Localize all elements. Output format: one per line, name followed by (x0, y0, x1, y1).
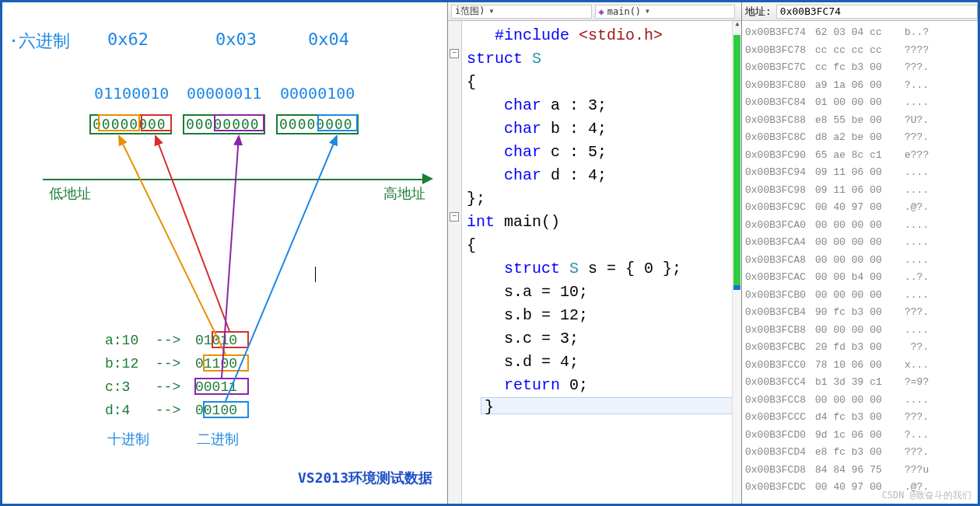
address-input[interactable]: 0x00B3FC74 (776, 5, 978, 19)
cube-icon: ◈ (599, 6, 604, 17)
chevron-down-icon: ▼ (489, 8, 493, 15)
byte2-field-d-box (317, 114, 358, 131)
hex-byte-2: 0x04 (308, 30, 349, 49)
var-d: d:4 (105, 403, 130, 418)
code-line: s.b = 12; (464, 304, 741, 327)
code-line: }; (464, 187, 741, 211)
memory-row: 0x00B3FC80a9 1a 06 00?... (745, 77, 975, 95)
memory-row: 0x00B3FC88e8 55 be 00?U?. (745, 112, 975, 130)
bin-byte-2: 00000100 (280, 84, 355, 103)
code-line: s.a = 10; (464, 281, 741, 304)
memory-row: 0x00B3FCAC00 00 b4 00..?. (745, 269, 975, 287)
dec-col-label: 十进制 (107, 430, 149, 448)
text-caret-icon (315, 267, 316, 282)
code-line: { (464, 71, 741, 94)
byte1-field-c-box (214, 114, 264, 131)
code-editor[interactable]: −− #include <stdio.h>struct S{ char a : … (448, 21, 741, 504)
selection-highlight: } (481, 397, 735, 414)
memory-row: 0x00B3FCD09d 1c 06 00?... (745, 427, 975, 445)
function-dropdown-label: main() (607, 6, 641, 17)
code-line: return 0; (464, 374, 741, 397)
arrow-b (119, 136, 226, 354)
code-line: { (464, 234, 741, 257)
overview-ruler[interactable]: ▲ (732, 21, 741, 504)
memory-row: 0x00B3FC9C00 40 97 00.@?. (745, 199, 975, 217)
caption: VS2013环境测试数据 (298, 469, 432, 487)
arrow-c-icon: --> (156, 379, 180, 395)
memory-row: 0x00B3FCC078 10 06 00x... (745, 357, 975, 375)
address-label: 地址: (745, 5, 772, 19)
function-dropdown[interactable]: ◈ main()▼ (595, 5, 736, 19)
arrow-d-icon: --> (156, 403, 180, 418)
memory-row: 0x00B3FCD4e8 fc b3 00???. (745, 444, 975, 462)
code-line: s.c = 3; (464, 327, 741, 351)
outline-gutter: −− (448, 21, 462, 504)
memory-row: 0x00B3FCA800 00 00 00.... (745, 252, 975, 270)
bin-d-box (203, 401, 249, 418)
bin-col-label: 二进制 (197, 430, 239, 448)
memory-row: 0x00B3FCB000 00 00 00.... (745, 287, 975, 305)
bin-a-box (212, 331, 249, 348)
memory-row: 0x00B3FC9409 11 06 00.... (745, 164, 975, 182)
address-axis-arrow-icon (422, 173, 433, 184)
arrow-a (156, 136, 229, 331)
code-line: struct S (464, 47, 741, 71)
code-line: char c : 5; (464, 141, 741, 164)
chevron-down-icon: ▼ (646, 8, 649, 15)
hex-byte-1: 0x03 (215, 30, 257, 49)
memory-row: 0x00B3FC7Ccc fc b3 00???. (745, 59, 975, 77)
memory-row: 0x00B3FCB800 00 00 00.... (745, 322, 975, 340)
memory-row: 0x00B3FCA000 00 00 00.... (745, 217, 975, 235)
memory-row: 0x00B3FC78cc cc cc cc???? (745, 42, 975, 60)
memory-row: 0x00B3FCA400 00 00 00.... (745, 234, 975, 252)
watermark: CSDN @致奋斗的我们 (882, 489, 971, 502)
fold-toggle[interactable]: − (450, 212, 459, 222)
code-line: char d : 4; (464, 164, 741, 187)
change-marker (733, 35, 740, 285)
chevron-up-down-icon: ▲ (733, 21, 741, 29)
composite-figure: ·六进制 0x62 0x03 0x04 01100010 00000011 00… (0, 0, 980, 506)
current-line-marker (733, 285, 740, 290)
memory-row: 0x00B3FCD884 84 96 75???u (745, 462, 975, 480)
hex-byte-0: 0x62 (107, 30, 149, 49)
memory-row: 0x00B3FC9065 ae 8c c1e??? (745, 147, 975, 165)
arrow-a-icon: --> (156, 333, 180, 348)
code-panel: i范围)▼ ◈ main()▼ −− #include <stdio.h>str… (447, 2, 741, 504)
memory-row: 0x00B3FCCCd4 fc b3 00???. (745, 409, 975, 427)
code-toolbar: i范围)▼ ◈ main()▼ (448, 2, 741, 21)
fold-toggle[interactable]: − (450, 49, 459, 58)
code-line: s.d = 4; (464, 351, 741, 374)
scope-dropdown-label: i范围) (455, 5, 485, 18)
memory-rows[interactable]: 0x00B3FC7462 03 04 ccb..?0x00B3FC78cc cc… (742, 21, 978, 504)
memory-row: 0x00B3FC8401 00 00 00.... (745, 94, 975, 112)
memory-row: 0x00B3FCC4b1 3d 39 c1?=9? (745, 374, 975, 392)
code-line: char a : 3; (464, 94, 741, 117)
memory-panel: 地址: 0x00B3FC74 0x00B3FC7462 03 04 ccb..?… (741, 2, 978, 504)
hex-label: ·六进制 (9, 30, 70, 53)
byte0-field-b-box (98, 114, 140, 131)
code-body: #include <stdio.h>struct S{ char a : 3; … (462, 21, 741, 504)
bin-byte-1: 00000011 (187, 84, 261, 103)
memory-row: 0x00B3FC7462 03 04 ccb..? (745, 24, 975, 42)
code-line: struct S s = { 0 }; (464, 257, 741, 281)
diagram-panel: ·六进制 0x62 0x03 0x04 01100010 00000011 00… (2, 2, 447, 504)
bin-c-box (194, 378, 249, 395)
var-c: c:3 (105, 379, 130, 395)
memory-row: 0x00B3FCC800 00 00 00.... (745, 392, 975, 410)
address-axis (43, 179, 424, 180)
memory-row: 0x00B3FC8Cd8 a2 be 00???. (745, 129, 975, 147)
code-line: char b : 4; (464, 117, 741, 141)
code-line: int main() (464, 211, 741, 234)
var-b: b:12 (105, 356, 138, 372)
bin-b-box (203, 354, 249, 372)
memory-row: 0x00B3FCB490 fc b3 00???. (745, 304, 975, 322)
scope-dropdown[interactable]: i范围)▼ (451, 5, 592, 19)
memory-row: 0x00B3FCBC20 fd b3 00 ??. (745, 339, 975, 357)
axis-low-label: 低地址 (49, 184, 91, 203)
bin-byte-0: 01100010 (94, 84, 169, 103)
var-a: a:10 (105, 333, 138, 348)
byte0-field-a-box (141, 114, 172, 131)
memory-address-bar: 地址: 0x00B3FC74 (742, 2, 978, 21)
arrow-b-icon: --> (156, 356, 180, 372)
axis-high-label: 高地址 (383, 184, 425, 203)
